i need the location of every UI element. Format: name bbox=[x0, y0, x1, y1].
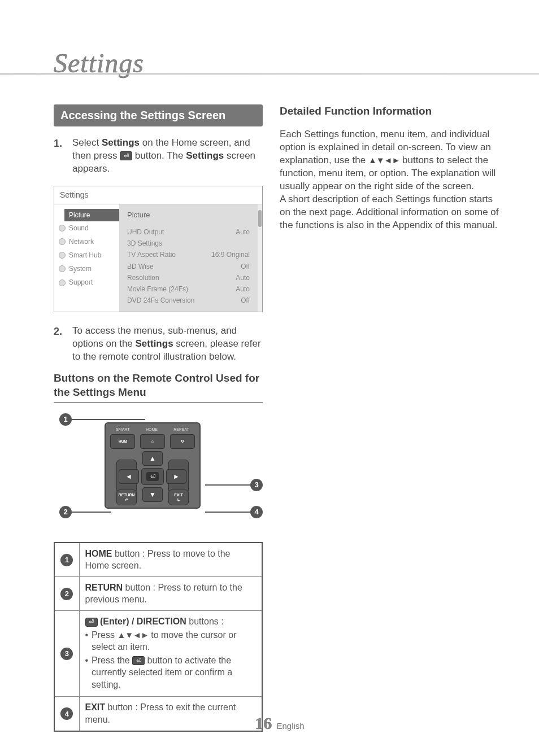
value: Auto bbox=[236, 228, 250, 237]
dpad-right[interactable]: ► bbox=[166, 469, 186, 484]
bullet-dot: • bbox=[85, 654, 89, 691]
remote-top-buttons: HUB ⌂ ↻ bbox=[108, 434, 197, 449]
bullet: •Press ▲▼◄► to move the cursor or select… bbox=[85, 629, 257, 653]
section-header-bar: Accessing the Settings Screen bbox=[54, 104, 263, 126]
enter-icon: ⏎ bbox=[120, 151, 132, 160]
hub-button[interactable]: HUB bbox=[110, 434, 135, 449]
content-title: Picture bbox=[127, 210, 250, 220]
enter-icon: ⏎ bbox=[132, 656, 145, 665]
label: BD Wise bbox=[127, 262, 154, 271]
setting-row[interactable]: ResolutionAuto bbox=[127, 272, 250, 283]
label: SMART bbox=[116, 427, 129, 432]
dpad: TOOLS▣ INFOi ▲ ◄ ⏎ ► ▼ RETURN↶ EXIT↳ bbox=[119, 451, 186, 502]
sidebar-item-system[interactable]: System bbox=[54, 262, 119, 276]
repeat-icon: ↻ bbox=[181, 439, 184, 443]
step-2: 2. To access the menus, sub-menus, and o… bbox=[54, 325, 263, 364]
text: Press the bbox=[92, 656, 132, 665]
text: buttons : bbox=[186, 617, 224, 626]
step-1: 1. Select Settings on the Home screen, a… bbox=[54, 137, 263, 176]
remote-subheader: Buttons on the Remote Control Used for t… bbox=[54, 372, 263, 403]
dpad-left[interactable]: ◄ bbox=[119, 469, 139, 484]
label: RETURN bbox=[118, 492, 134, 497]
dpad-down[interactable]: ▼ bbox=[142, 487, 163, 502]
sidebar-item-support[interactable]: Support bbox=[54, 276, 119, 289]
bold-text: Settings bbox=[102, 137, 140, 148]
dpad-up[interactable]: ▲ bbox=[142, 451, 163, 466]
row-text-cell: HOME button : Press to move to the Home … bbox=[79, 543, 262, 577]
two-column-layout: Accessing the Settings Screen 1. Select … bbox=[54, 104, 505, 732]
bold-text: EXIT bbox=[85, 702, 106, 712]
callout-3: 3 bbox=[205, 479, 263, 491]
setting-row[interactable]: 3D Settings bbox=[127, 238, 250, 249]
table-row: 3 ⏎ (Enter) / DIRECTION buttons : •Press… bbox=[54, 610, 262, 697]
label: System bbox=[69, 264, 92, 273]
row-number-cell: 1 bbox=[54, 543, 79, 577]
bold-text: HOME bbox=[85, 549, 112, 558]
paragraph: Each Settings function, menu item, and i… bbox=[280, 128, 505, 193]
label: UHD Output bbox=[127, 228, 164, 237]
value: Off bbox=[241, 262, 250, 271]
sidebar-item-smarthub[interactable]: Smart Hub bbox=[54, 248, 119, 262]
direction-arrows-icon: ▲▼◄► bbox=[117, 630, 148, 641]
enter-icon: ⏎ bbox=[85, 618, 98, 627]
callout-circle: 3 bbox=[250, 479, 263, 491]
setting-row[interactable]: BD WiseOff bbox=[127, 261, 250, 272]
exit-icon: ↳ bbox=[177, 497, 180, 502]
step-body: To access the menus, sub-menus, and opti… bbox=[72, 325, 263, 364]
sidebar-item-network[interactable]: Network bbox=[54, 235, 119, 248]
title-rule bbox=[0, 73, 539, 75]
detailed-info-header: Detailed Function Information bbox=[280, 104, 505, 121]
callout-circle: 1 bbox=[60, 554, 73, 566]
label: DVD 24Fs Conversion bbox=[127, 296, 194, 305]
sidebar-item-picture[interactable]: Picture bbox=[64, 209, 119, 221]
sidebar-item-sound[interactable]: Sound bbox=[54, 221, 119, 235]
callout-4: 4 bbox=[205, 506, 263, 518]
return-button[interactable]: RETURN↶ bbox=[116, 490, 137, 505]
settings-content-panel: Picture UHD OutputAuto 3D Settings TV As… bbox=[119, 204, 258, 312]
exit-button[interactable]: EXIT↳ bbox=[168, 490, 189, 505]
label: TV Aspect Ratio bbox=[127, 250, 176, 259]
bold-text: Settings bbox=[186, 150, 224, 161]
value: Auto bbox=[236, 273, 250, 282]
scrollbar[interactable] bbox=[258, 204, 262, 312]
support-icon bbox=[59, 279, 66, 286]
system-icon bbox=[59, 265, 66, 272]
label: 3D Settings bbox=[127, 239, 162, 248]
bullet-text: Press ▲▼◄► to move the cursor or select … bbox=[92, 629, 256, 653]
home-button[interactable]: ⌂ bbox=[140, 434, 165, 449]
text: Press bbox=[92, 630, 117, 640]
callout-line bbox=[72, 419, 145, 420]
dpad-enter[interactable]: ⏎ bbox=[141, 468, 164, 485]
value: Auto bbox=[236, 285, 250, 294]
setting-row[interactable]: Movie Frame (24Fs)Auto bbox=[127, 283, 250, 295]
setting-row[interactable]: UHD OutputAuto bbox=[127, 226, 250, 238]
callout-line bbox=[205, 512, 250, 513]
callout-circle: 3 bbox=[60, 648, 73, 660]
page-footer: 16 English bbox=[54, 712, 506, 735]
setting-row[interactable]: DVD 24Fs ConversionOff bbox=[127, 295, 250, 306]
bold-text: Settings bbox=[136, 338, 173, 349]
bullet-dot: • bbox=[85, 629, 89, 653]
paragraph: A short description of each Settings fun… bbox=[280, 193, 505, 232]
label: HOME bbox=[146, 427, 158, 432]
callout-line bbox=[205, 484, 250, 486]
repeat-button[interactable]: ↻ bbox=[170, 434, 195, 449]
step-number: 1. bbox=[54, 137, 64, 176]
remote-illustration: 1 2 3 4 SMART HOME REPEAT bbox=[54, 411, 263, 535]
enter-icon: ⏎ bbox=[146, 472, 159, 481]
value: 16:9 Original bbox=[211, 250, 250, 259]
settings-screenshot: Settings Picture Sound Network bbox=[54, 186, 263, 313]
row-number-cell: 3 bbox=[54, 610, 79, 697]
sound-icon bbox=[59, 225, 66, 231]
callout-line bbox=[72, 512, 111, 513]
bold-text: (Enter) / DIRECTION bbox=[98, 617, 186, 626]
setting-row[interactable]: TV Aspect Ratio16:9 Original bbox=[127, 249, 250, 260]
label: Resolution bbox=[127, 273, 159, 282]
left-column: Accessing the Settings Screen 1. Select … bbox=[54, 104, 263, 732]
label: HUB bbox=[119, 439, 127, 443]
label: Support bbox=[69, 278, 93, 287]
label: EXIT bbox=[174, 492, 183, 497]
label: Picture bbox=[69, 211, 90, 220]
value: Off bbox=[241, 296, 250, 305]
label: Network bbox=[69, 237, 94, 246]
